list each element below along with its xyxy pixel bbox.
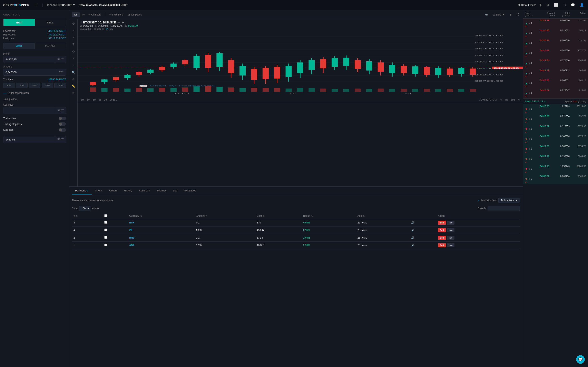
ob-x-icon[interactable]: ✕ — [525, 121, 527, 124]
settings-icon[interactable]: ⚙ — [545, 2, 550, 8]
sell-order-row[interactable]: 34318.51 0.040000 1372.74 ▲ + ℹ ✕ — [523, 49, 588, 58]
ob-down-icon[interactable]: ▼ — [525, 108, 528, 111]
ruler-tool[interactable]: 📏 — [71, 83, 76, 89]
limit-button[interactable]: LIMIT — [3, 43, 35, 49]
timeframe-button[interactable]: 30m — [72, 12, 80, 17]
channel-tool[interactable]: ≡ — [71, 55, 76, 61]
ob-info-icon[interactable]: ℹ — [531, 62, 532, 65]
col-amount[interactable]: Amount ⇅ — [195, 213, 255, 219]
ob-info-icon[interactable]: ℹ — [531, 138, 532, 141]
row-checkbox[interactable] — [104, 244, 107, 246]
trend-line-tool[interactable]: ╱ — [71, 35, 76, 40]
ob-plus-icon[interactable]: + — [528, 147, 530, 151]
col-cost[interactable]: Cost ⇅ — [255, 213, 302, 219]
ob-x-icon[interactable]: ✕ — [525, 151, 527, 154]
col-age[interactable]: Age ⇅ — [356, 213, 410, 219]
highest-bid-value[interactable]: 34311.11 USDT — [48, 33, 66, 36]
ob-up-icon[interactable]: ▲ — [525, 62, 528, 65]
settings-button[interactable]: ⚙ — [508, 12, 513, 17]
pct-50-button[interactable]: 50% — [29, 83, 40, 88]
buy-order-row[interactable]: 34312.28 0.145000 4975.28 ▼ + ℹ ✕ — [523, 134, 588, 144]
ob-down-icon[interactable]: ▼ — [525, 167, 528, 171]
buy-order-row[interactable]: 34311.10 1.055243 36206.55 ▼ + ℹ ✕ — [523, 164, 588, 174]
sell-position-button[interactable]: Sell — [438, 228, 446, 232]
lowest-ask-value[interactable]: 34311.12 USDT — [48, 30, 66, 33]
back-tool[interactable]: ← — [71, 62, 76, 68]
row-checkbox[interactable] — [104, 236, 107, 239]
ob-x-icon[interactable]: ✕ — [525, 181, 527, 184]
ob-info-icon[interactable]: ℹ — [531, 92, 532, 95]
select-all-checkbox[interactable] — [104, 214, 107, 217]
ob-x-icon[interactable]: ✕ — [525, 95, 527, 98]
row-checkbox[interactable] — [104, 229, 107, 231]
tab-strategy[interactable]: Strategy — [153, 187, 170, 195]
measure-tool[interactable]: ⊹ — [71, 49, 76, 54]
tab-reserved[interactable]: Reserved — [135, 187, 153, 195]
templates-button[interactable]: ⊞ Templates — [127, 12, 143, 17]
ob-plus-icon[interactable]: + — [528, 62, 530, 65]
info-button[interactable]: Info — [447, 221, 454, 225]
ob-info-icon[interactable]: ℹ — [531, 128, 532, 131]
sell-order-row[interactable]: 34321.29 0.005000 171.61 ▲ + ℹ ✕ — [523, 18, 588, 29]
price-input[interactable] — [3, 56, 55, 63]
chat-button[interactable]: 💬 — [576, 355, 585, 364]
logo[interactable]: CRYPTOHOPPER — [3, 3, 30, 7]
goto-button[interactable]: Go to... — [109, 98, 118, 101]
buy-order-row[interactable]: 34308.62 0.063736 2186.69 ▼ + ℹ ✕ — [523, 174, 588, 184]
ob-down-icon[interactable]: ▼ — [525, 177, 528, 181]
row-checkbox[interactable] — [104, 221, 107, 224]
sell-order-row[interactable]: 34317.84 0.270000 9265.82 ▲ + ℹ ✕ — [523, 58, 588, 68]
ob-up-icon[interactable]: ▲ — [525, 72, 528, 75]
tab-history[interactable]: History — [121, 187, 135, 195]
ob-plus-icon[interactable]: + — [528, 92, 530, 95]
col-check[interactable] — [103, 213, 128, 219]
col-num[interactable]: # ⇅ — [72, 213, 103, 219]
ob-info-icon[interactable]: ℹ — [531, 148, 532, 150]
ob-x-icon[interactable]: ✕ — [525, 75, 527, 78]
crosshair-tool[interactable]: ✛ — [71, 21, 76, 26]
ob-info-icon[interactable]: ℹ — [531, 167, 532, 170]
ob-x-icon[interactable]: ✕ — [525, 85, 527, 88]
buy-button[interactable]: BUY — [3, 19, 35, 26]
ob-up-icon[interactable]: ▲ — [525, 22, 528, 25]
trailing-buy-toggle[interactable] — [59, 117, 66, 120]
ob-plus-icon[interactable]: + — [528, 117, 530, 121]
tab-log[interactable]: Log — [170, 187, 181, 195]
save-button[interactable]: ◎ Save ▼ — [492, 12, 506, 17]
ob-info-icon[interactable]: ℹ — [531, 32, 532, 35]
ob-x-icon[interactable]: ✕ — [525, 35, 527, 38]
ob-x-icon[interactable]: ✕ — [525, 65, 527, 68]
col-result[interactable]: Result ⇅ — [302, 213, 356, 219]
ob-plus-icon[interactable]: + — [528, 127, 530, 131]
ob-down-icon[interactable]: ▼ — [525, 117, 528, 121]
arrow-tool[interactable]: ↗ — [71, 28, 76, 33]
ob-plus-icon[interactable]: + — [528, 32, 530, 35]
info-button[interactable]: Info — [447, 243, 454, 247]
amount-input[interactable] — [3, 69, 57, 75]
ob-plus-icon[interactable]: + — [528, 22, 530, 25]
exchange-selector[interactable]: Binance: BTC/USDT ▼ — [47, 3, 75, 7]
sell-order-row[interactable]: 34320.85 0.014572 500.12 ▲ + ℹ ✕ — [523, 29, 588, 39]
pct-75-button[interactable]: 75% — [42, 83, 53, 88]
col-currency[interactable]: Currency ⇅ — [128, 213, 195, 219]
tab-orders[interactable]: Orders — [106, 187, 121, 195]
layout-icon[interactable]: ⬜ — [553, 2, 559, 8]
ob-x-icon[interactable]: ✕ — [525, 111, 527, 114]
theme-icon[interactable]: ☽ — [562, 2, 567, 8]
ob-info-icon[interactable]: ℹ — [531, 22, 532, 25]
ob-info-icon[interactable]: ℹ — [531, 178, 532, 180]
buy-order-row[interactable]: 34311.11 0.196568 6744.47 ▼ + ℹ ✕ — [523, 154, 588, 164]
ob-down-icon[interactable]: ▼ — [525, 137, 528, 141]
ob-plus-icon[interactable]: + — [528, 72, 530, 75]
user-icon[interactable]: 👤 — [579, 2, 585, 8]
ob-info-icon[interactable]: ℹ — [531, 108, 532, 110]
ob-x-icon[interactable]: ✕ — [525, 131, 527, 134]
draw-tool[interactable]: ✏ — [71, 90, 76, 96]
ob-up-icon[interactable]: ▲ — [525, 32, 528, 35]
ob-x-icon[interactable]: ✕ — [525, 55, 527, 58]
ob-plus-icon[interactable]: + — [528, 137, 530, 141]
camera-button[interactable]: 📷 — [484, 12, 489, 17]
ob-info-icon[interactable]: ℹ — [531, 158, 532, 160]
sell-order-row[interactable]: 34320.11 0.003826 131.31 ▲ + ℹ ✕ — [523, 39, 588, 49]
tf-6m[interactable]: 6m — [80, 98, 85, 101]
